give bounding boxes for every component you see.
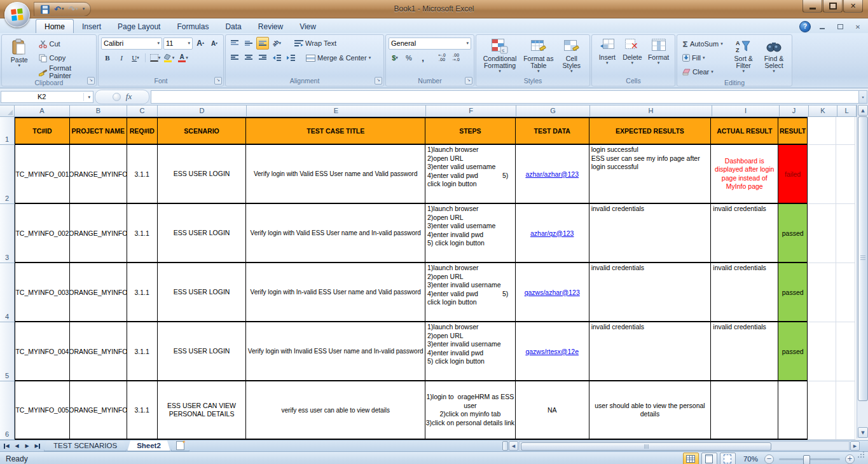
font-size-select[interactable]: 11▾: [163, 38, 193, 50]
test-data-link[interactable]: qazws/azhar@123: [525, 289, 580, 296]
row-header-2[interactable]: 2: [0, 145, 15, 204]
font-name-select[interactable]: Calibri▾: [101, 38, 162, 50]
align-right-button[interactable]: [256, 51, 269, 64]
select-all-corner[interactable]: [0, 106, 15, 117]
tab-view[interactable]: View: [291, 20, 324, 33]
page-break-view-button[interactable]: [720, 453, 736, 464]
cell-J5-result-badge[interactable]: passed: [778, 322, 808, 381]
cell-B3[interactable]: ORANGE_MYINFO: [70, 204, 127, 263]
page-layout-view-button[interactable]: [701, 453, 717, 464]
header-cell-H1[interactable]: EXPECTED RESULTS: [589, 117, 712, 145]
cell-D2[interactable]: ESS USER LOGIN: [158, 145, 247, 204]
cell-L2[interactable]: [836, 145, 855, 204]
insert-worksheet-button[interactable]: ✦: [171, 440, 189, 451]
cell-I4[interactable]: invalid credentials: [711, 263, 778, 322]
insert-cells-button[interactable]: Insert ▾: [595, 37, 620, 77]
merge-center-button[interactable]: Merge & Center ▾: [303, 51, 373, 65]
copy-button[interactable]: Copy: [36, 51, 93, 65]
clear-button[interactable]: Clear▾: [680, 65, 728, 79]
cell-C6[interactable]: 3.1.1: [127, 381, 158, 440]
tab-review[interactable]: Review: [250, 20, 291, 33]
workbook-close-button[interactable]: ✕: [851, 22, 864, 31]
name-box[interactable]: K2▾: [1, 91, 93, 103]
zoom-out-button[interactable]: −: [764, 454, 774, 464]
cell-A5[interactable]: TC_MYINFO_004: [15, 322, 70, 381]
zoom-slider[interactable]: [779, 458, 840, 460]
workbook-restore-button[interactable]: [834, 22, 846, 31]
autosum-button[interactable]: ΣAutoSum▾: [680, 37, 728, 51]
decrease-decimal-button[interactable]: .00→.0: [450, 51, 462, 64]
cell-I3[interactable]: invalid credentials: [711, 204, 778, 263]
cell-F4[interactable]: 1)launch browser 2)open URL 3)enter inva…: [425, 263, 516, 322]
header-cell-J1[interactable]: RESULT: [778, 117, 808, 145]
zoom-level[interactable]: 70%: [743, 455, 758, 463]
header-cell-D1[interactable]: SCENARIO: [158, 117, 247, 145]
sort-filter-button[interactable]: AZ Sort & Filter ▾: [728, 37, 759, 79]
cell-C2[interactable]: 3.1.1: [127, 145, 158, 204]
column-header-A[interactable]: A: [15, 106, 70, 117]
currency-button[interactable]: $▾: [389, 51, 401, 64]
cell-B5[interactable]: ORANGE_MYINFO: [70, 322, 127, 381]
help-button[interactable]: ?: [799, 21, 811, 32]
cell-G6[interactable]: NA: [516, 381, 589, 440]
cell-A3[interactable]: TC_MYINFO_002: [15, 204, 70, 263]
undo-button[interactable]: ↶▾: [54, 5, 64, 13]
cell-E6[interactable]: verify ess user can able to view details: [246, 381, 425, 440]
column-header-B[interactable]: B: [70, 106, 127, 117]
cell-G2[interactable]: azhar/azhar@123: [516, 145, 589, 204]
increase-font-button[interactable]: A▾: [194, 37, 207, 50]
header-cell-E1[interactable]: TEST CASE TITLE: [246, 117, 425, 145]
cell-F5[interactable]: 1)launch browser 2)open URL 3)enter inva…: [425, 322, 516, 381]
align-top-button[interactable]: [228, 37, 241, 50]
cell-L3[interactable]: [836, 204, 855, 263]
cell-A2[interactable]: TC_MYINFO_001: [15, 145, 70, 204]
header-cell-C1[interactable]: REQ#ID: [127, 117, 158, 145]
cell-L1[interactable]: [836, 117, 855, 145]
minimize-button[interactable]: [803, 0, 822, 13]
orientation-button[interactable]: ab▾: [270, 37, 283, 50]
cut-button[interactable]: Cut: [36, 37, 93, 51]
cell-E5[interactable]: Verify login with Invalid ESS User name …: [246, 322, 425, 381]
insert-function-button[interactable]: fx: [95, 90, 149, 104]
row-header-1[interactable]: 1: [0, 117, 15, 145]
redo-button[interactable]: ↷▾: [68, 5, 78, 13]
cell-A4[interactable]: TC_MYINFO_003: [15, 263, 70, 322]
percent-button[interactable]: %: [403, 51, 415, 64]
cell-I2[interactable]: Dashboard is displayed after login page …: [711, 145, 778, 204]
cell-I5[interactable]: invalid credentials: [711, 322, 778, 381]
cell-D3[interactable]: ESS USER LOGIN: [158, 204, 247, 263]
align-left-button[interactable]: [228, 51, 241, 64]
conditional-formatting-button[interactable]: ≤ Conditional Formatting ▾: [479, 37, 521, 77]
cell-D6[interactable]: ESS USER CAN VIEW PERSONAL DETAILS: [158, 381, 247, 440]
cell-C3[interactable]: 3.1.1: [127, 204, 158, 263]
column-header-J[interactable]: J: [780, 106, 809, 117]
format-as-table-button[interactable]: Format as Table ▾: [521, 37, 556, 77]
increase-indent-button[interactable]: [284, 51, 297, 64]
restore-button[interactable]: [823, 0, 843, 13]
underline-button[interactable]: U▾: [129, 51, 142, 64]
tab-formulas[interactable]: Formulas: [169, 20, 217, 33]
cell-I6[interactable]: [711, 381, 778, 440]
decrease-font-button[interactable]: A▾: [208, 37, 221, 50]
row-header-4[interactable]: 4: [0, 263, 15, 322]
cell-H6[interactable]: user should able to view the personal de…: [589, 381, 712, 440]
previous-sheet-button[interactable]: ◀: [12, 442, 22, 451]
scroll-right-button[interactable]: ▶: [850, 441, 860, 451]
cell-G4[interactable]: qazws/azhar@123: [516, 263, 589, 322]
font-dialog-launcher[interactable]: ↘: [214, 77, 222, 85]
test-data-link[interactable]: azhar/azhar@123: [525, 170, 579, 178]
test-data-link[interactable]: azhar/qz@123: [530, 229, 574, 237]
number-dialog-launcher[interactable]: ↘: [465, 77, 472, 85]
column-header-G[interactable]: G: [516, 106, 590, 117]
clipboard-dialog-launcher[interactable]: ↘: [87, 77, 95, 85]
italic-button[interactable]: I: [115, 51, 128, 64]
office-button[interactable]: [4, 2, 30, 27]
align-bottom-button[interactable]: [256, 37, 269, 50]
last-sheet-button[interactable]: ▶: [32, 442, 42, 451]
cell-H5[interactable]: invalid credentials: [589, 322, 712, 381]
scroll-down-button[interactable]: ▼: [858, 427, 868, 438]
next-sheet-button[interactable]: ▶: [22, 442, 32, 451]
header-cell-F1[interactable]: STEPS: [425, 117, 516, 145]
number-format-select[interactable]: General▾: [389, 38, 471, 50]
align-middle-button[interactable]: [242, 37, 255, 50]
